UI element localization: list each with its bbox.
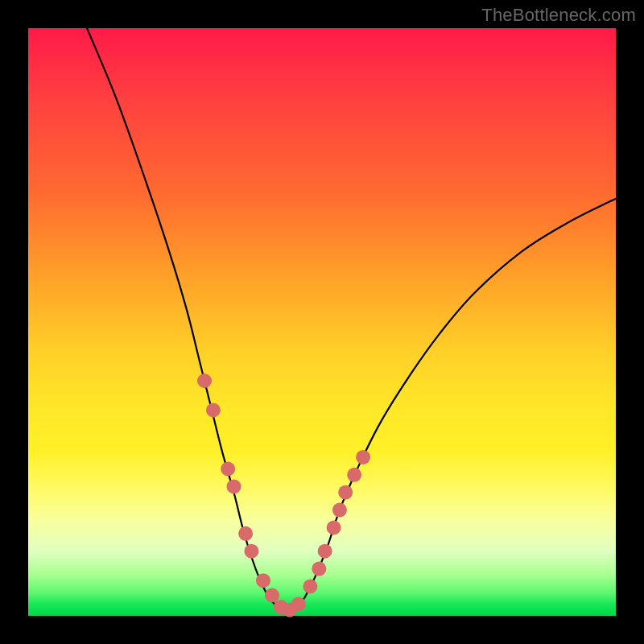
marker-dot (347, 468, 361, 482)
marker-dot (238, 526, 253, 541)
marker-dot (197, 374, 212, 388)
chart-frame: TheBottleneck.com (0, 0, 644, 644)
curve-left-branch (87, 28, 269, 598)
marker-dot (256, 573, 270, 588)
marker-dot (227, 479, 242, 493)
marker-dot (338, 485, 353, 500)
curve-right-branch (304, 199, 616, 598)
highlighted-markers (197, 374, 370, 617)
marker-dot (206, 403, 221, 418)
marker-dot (332, 503, 347, 518)
marker-dot (356, 450, 370, 464)
watermark-text: TheBottleneck.com (481, 5, 636, 26)
marker-dot (221, 462, 235, 477)
marker-dot (244, 544, 258, 559)
marker-dot (327, 521, 341, 535)
marker-dot (291, 597, 306, 611)
marker-dot (312, 562, 326, 576)
marker-dot (318, 544, 332, 559)
marker-dot (265, 588, 279, 602)
marker-dot (303, 580, 317, 594)
chart-svg (28, 28, 616, 616)
plot-area (28, 28, 616, 616)
